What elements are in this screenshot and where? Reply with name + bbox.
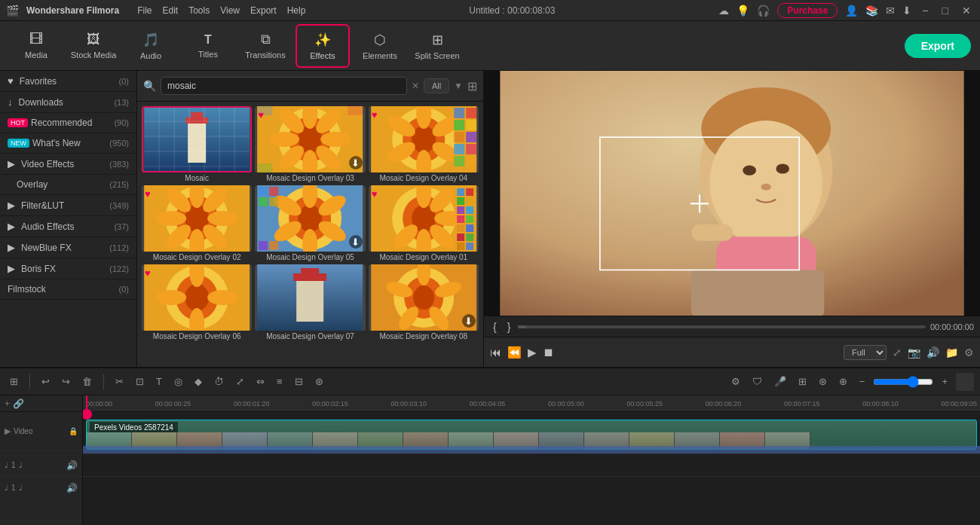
split-icon[interactable]: ⊟ (291, 374, 307, 389)
close-button[interactable]: ✕ (959, 5, 974, 17)
panel-favorites[interactable]: ♥ Favorites (0) (0, 71, 136, 92)
effect-mosaic[interactable]: Mosaic (142, 106, 252, 182)
maximize-button[interactable]: □ (939, 5, 951, 17)
panel-filmstock[interactable]: Filmstock (0) (0, 279, 136, 300)
music-track[interactable] (83, 477, 980, 499)
zoom-select[interactable]: Full 75% 50% 25% (844, 345, 887, 360)
menu-export[interactable]: Export (250, 5, 277, 16)
zoom-fit-icon[interactable]: ⤢ (232, 374, 248, 389)
tl-settings-icon[interactable]: ⚙ (727, 374, 744, 389)
link-icon[interactable]: 🔗 (13, 398, 24, 409)
toolbar-media[interactable]: 🎞 Media (9, 24, 63, 68)
skip-back-icon[interactable]: ⏮ (490, 346, 501, 359)
menu-edit[interactable]: Edit (162, 5, 178, 16)
panel-downloads[interactable]: ↓ Downloads (13) (0, 92, 136, 113)
toolbar-audio[interactable]: 🎵 Audio (124, 24, 178, 68)
panel-recommended[interactable]: HOT Recommended (90) (0, 113, 136, 133)
minimize-button[interactable]: − (919, 5, 931, 17)
play-icon[interactable]: ▶ (528, 346, 537, 359)
audio-track[interactable] (83, 454, 980, 477)
effect-overlay-04[interactable]: ♥ (369, 106, 479, 182)
panel-filter-lut[interactable]: ▶ Filter&LUT (349) (0, 195, 136, 216)
clear-search-icon[interactable]: ✕ (412, 81, 419, 91)
mail-icon[interactable]: ✉ (886, 5, 895, 17)
download-icon[interactable]: ⬇ (462, 314, 476, 328)
undo-icon[interactable]: ↩ (38, 374, 54, 389)
toolbar-transitions[interactable]: ⧉ Transitions (238, 24, 292, 68)
panel-overlay[interactable]: Overlay (215) (0, 175, 136, 195)
volume-icon[interactable]: 🔊 (926, 346, 939, 359)
purchase-button[interactable]: Purchase (777, 3, 838, 18)
audio-volume-icon[interactable]: 🔊 (66, 460, 78, 471)
music-volume-icon[interactable]: 🔊 (66, 483, 78, 493)
layout-icon[interactable]: ⊞ (6, 374, 22, 389)
cut-icon[interactable]: ✂ (112, 374, 127, 389)
fit-icon[interactable]: ⤢ (893, 346, 902, 359)
lock-icon[interactable]: 🔒 (69, 427, 78, 435)
toolbar-titles[interactable]: T Titles (181, 24, 235, 68)
menu-file[interactable]: File (137, 5, 152, 16)
headset-icon[interactable]: 🎧 (757, 5, 770, 17)
mask-icon[interactable]: ◎ (170, 374, 186, 389)
video-track[interactable]: Pexels Videos 2587214 (83, 415, 980, 454)
panel-whats-new[interactable]: NEW What's New (950) (0, 133, 136, 154)
search-input[interactable] (161, 77, 407, 95)
panel-newblue-fx[interactable]: ▶ NewBlue FX (112) (0, 237, 136, 258)
tl-ai2-icon[interactable]: ⊛ (815, 374, 831, 389)
effect-overlay-02[interactable]: ♥ Mos (142, 185, 252, 261)
snapshot-icon[interactable]: 📷 (908, 346, 920, 359)
time-icon[interactable]: ⏱ (210, 374, 228, 389)
crop-icon[interactable]: ⊡ (132, 374, 148, 389)
toolbar-effects[interactable]: ✨ Effects (296, 24, 350, 68)
audio-adjust-icon[interactable]: ≡ (273, 374, 286, 389)
timeline-zoom-slider[interactable] (873, 376, 933, 388)
grid-view-icon[interactable]: ⊞ (467, 79, 477, 93)
panel-video-effects[interactable]: ▶ Video Effects (383) (0, 154, 136, 175)
tl-protect-icon[interactable]: 🛡 (749, 374, 766, 389)
add-track-icon[interactable]: + (5, 398, 10, 409)
ai-icon[interactable]: ⊛ (311, 374, 327, 389)
download-icon[interactable]: ⬇ (349, 156, 363, 169)
menu-view[interactable]: View (220, 5, 240, 16)
effect-overlay-01[interactable]: ♥ (369, 185, 479, 261)
download-icon[interactable]: ⬇ (349, 235, 363, 249)
stop-icon[interactable]: ⏹ (543, 346, 554, 359)
zoom-in-icon[interactable]: + (938, 374, 951, 389)
effect-overlay-05[interactable]: ⬇ Mosaic Design Overlay 05 (255, 185, 365, 261)
svg-rect-117 (301, 268, 319, 277)
bracket-right-icon[interactable]: } (504, 319, 514, 334)
video-clip[interactable]: Pexels Videos 2587214 (86, 420, 977, 450)
effect-row3-1[interactable]: ♥ Mosaic Design Overlay 06 (142, 264, 252, 340)
panel-audio-effects[interactable]: ▶ Audio Effects (37) (0, 216, 136, 237)
toolbar-stock-media[interactable]: 🖼 Stock Media (66, 24, 121, 68)
download-icon[interactable]: ⬇ (902, 5, 911, 17)
panel-boris-fx[interactable]: ▶ Boris FX (122) (0, 258, 136, 279)
effect-row3-3[interactable]: ⬇ Mosaic Design Overlay 08 (369, 264, 479, 340)
tl-layer-icon[interactable]: ⊕ (835, 374, 851, 389)
flip-icon[interactable]: ⇔ (253, 374, 268, 389)
bulb-icon[interactable]: 💡 (737, 5, 749, 17)
avatar-icon[interactable]: 👤 (845, 5, 858, 17)
tl-snap-icon[interactable]: ⊞ (795, 374, 810, 389)
settings-icon[interactable]: ⚙ (964, 346, 974, 359)
library-icon[interactable]: 📚 (865, 5, 878, 17)
cloud-icon[interactable]: ☁ (718, 5, 729, 17)
toolbar-split-screen[interactable]: ⊞ Split Screen (410, 24, 464, 68)
zoom-out-icon[interactable]: − (856, 374, 869, 389)
frame-back-icon[interactable]: ⏪ (507, 346, 522, 359)
tl-mic-icon[interactable]: 🎤 (770, 374, 790, 389)
effect-overlay-03[interactable]: ♥ (255, 106, 365, 182)
toolbar-elements[interactable]: ⬡ Elements (353, 24, 407, 68)
effect-row3-2[interactable]: Mosaic Design Overlay 07 (255, 264, 365, 340)
bracket-left-icon[interactable]: { (490, 319, 500, 334)
delete-icon[interactable]: 🗑 (78, 374, 96, 389)
preview-progress-bar[interactable] (518, 325, 926, 328)
menu-help[interactable]: Help (287, 5, 306, 16)
text-icon[interactable]: T (152, 374, 166, 389)
filter-button[interactable]: All (424, 78, 449, 93)
keyframe-icon[interactable]: ◆ (191, 374, 206, 389)
export-button[interactable]: Export (905, 34, 971, 58)
menu-tools[interactable]: Tools (188, 5, 210, 16)
redo-icon[interactable]: ↪ (58, 374, 74, 389)
export-frame-icon[interactable]: 📁 (945, 346, 958, 359)
